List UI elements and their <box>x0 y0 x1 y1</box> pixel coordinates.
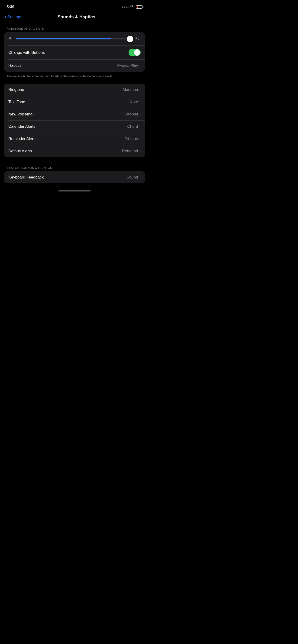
toggle-thumb <box>134 50 140 56</box>
keyboard-feedback-label: Keyboard Feedback <box>8 175 44 180</box>
haptics-chevron-icon: › <box>139 64 141 68</box>
page-title: Sounds & Haptics <box>22 14 130 20</box>
haptics-row[interactable]: Haptics Always Play › <box>4 60 145 72</box>
ringtone-label: Ringtone <box>8 88 24 92</box>
calendar-alerts-value: Chord <box>127 124 138 129</box>
status-icons <box>122 5 143 9</box>
svg-rect-0 <box>9 38 10 39</box>
section-label-ringtone: RINGTONE AND ALERTS <box>0 23 149 32</box>
change-with-buttons-toggle[interactable] <box>129 49 141 56</box>
ringtone-chevron-icon: › <box>139 88 141 92</box>
reminder-alerts-value: Tri-tone <box>125 136 138 141</box>
status-bar: 5:39 <box>0 0 149 12</box>
text-tone-chevron-icon: › <box>139 100 141 104</box>
back-button[interactable]: ‹ Settings <box>5 14 22 20</box>
ringtone-value: Marimba <box>123 88 138 92</box>
system-sounds-card: Keyboard Feedback Sound › <box>4 171 145 183</box>
calendar-alerts-row[interactable]: Calendar Alerts Chord › <box>4 120 145 132</box>
volume-high-icon <box>135 36 141 41</box>
volume-track[interactable] <box>16 38 132 40</box>
volume-thumb[interactable] <box>127 36 133 42</box>
haptics-label: Haptics <box>8 63 22 68</box>
section-label-system: SYSTEM SOUNDS & HAPTICS <box>0 162 149 171</box>
default-alerts-value: Rebound <box>122 149 138 154</box>
reminder-alerts-right: Tri-tone › <box>125 136 141 141</box>
haptics-value: Always Play <box>117 63 138 68</box>
keyboard-feedback-chevron-icon: › <box>139 175 141 180</box>
nav-bar: ‹ Settings Sounds & Haptics <box>0 12 149 23</box>
reminder-alerts-row[interactable]: Reminder Alerts Tri-tone › <box>4 133 145 145</box>
ringtone-alerts-card: Change with Buttons Haptics Always Play … <box>4 32 145 72</box>
tones-card: Ringtone Marimba › Text Tone Note › New … <box>4 84 145 157</box>
volume-low-icon <box>8 36 13 41</box>
back-label: Settings <box>7 14 22 20</box>
status-time: 5:39 <box>7 5 15 9</box>
signal-icon <box>122 6 129 8</box>
reminder-alerts-chevron-icon: › <box>139 137 141 141</box>
text-tone-label: Text Tone <box>8 100 25 104</box>
text-tone-right: Note › <box>130 100 141 104</box>
reminder-alerts-label: Reminder Alerts <box>8 136 37 141</box>
change-with-buttons-label: Change with Buttons <box>8 50 45 55</box>
default-alerts-right: Rebound › <box>122 149 141 154</box>
calendar-alerts-label: Calendar Alerts <box>8 124 35 129</box>
ringtone-row[interactable]: Ringtone Marimba › <box>4 84 145 96</box>
text-tone-row[interactable]: Text Tone Note › <box>4 96 145 108</box>
footer-note: The volume buttons can be used to adjust… <box>0 72 149 84</box>
default-alerts-row[interactable]: Default Alerts Rebound › <box>4 145 145 157</box>
volume-slider-row[interactable] <box>4 32 145 46</box>
keyboard-feedback-right: Sound › <box>127 175 141 180</box>
default-alerts-label: Default Alerts <box>8 149 32 154</box>
volume-fill <box>16 38 111 40</box>
ringtone-right: Marimba › <box>123 88 141 92</box>
wifi-icon <box>130 5 134 9</box>
new-voicemail-label: New Voicemail <box>8 112 34 116</box>
haptics-right: Always Play › <box>117 63 141 68</box>
calendar-alerts-right: Chord › <box>127 124 141 129</box>
keyboard-feedback-value: Sound <box>127 175 138 180</box>
new-voicemail-value: Droplet <box>125 112 138 116</box>
text-tone-value: Note <box>130 100 138 104</box>
new-voicemail-chevron-icon: › <box>139 112 141 116</box>
svg-rect-1 <box>136 38 136 39</box>
default-alerts-chevron-icon: › <box>139 149 141 153</box>
keyboard-feedback-row[interactable]: Keyboard Feedback Sound › <box>4 171 145 183</box>
back-chevron-icon: ‹ <box>5 14 6 20</box>
change-with-buttons-row: Change with Buttons <box>4 46 145 59</box>
battery-icon <box>136 5 143 8</box>
new-voicemail-row[interactable]: New Voicemail Droplet › <box>4 108 145 120</box>
new-voicemail-right: Droplet › <box>125 112 141 116</box>
calendar-alerts-chevron-icon: › <box>139 124 141 129</box>
home-indicator <box>58 190 91 192</box>
